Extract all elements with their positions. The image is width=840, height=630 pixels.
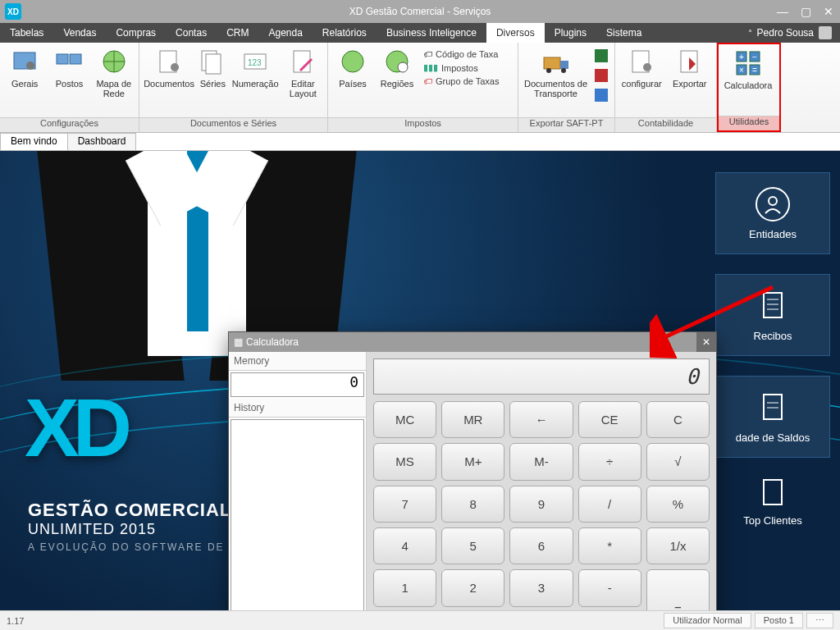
menu-crm[interactable]: CRM (217, 23, 258, 43)
ribbon-group-contab: Contabilidade (615, 117, 716, 132)
ribbon-numeracao[interactable]: 123Numeração (232, 46, 279, 89)
key-minus[interactable]: - (578, 569, 641, 606)
key-ce[interactable]: CE (578, 401, 641, 438)
menu-vendas[interactable]: Vendas (53, 23, 106, 43)
calculator-close-button[interactable]: ✕ (696, 332, 716, 352)
tile-topclientes[interactable]: Top Clientes (715, 477, 830, 527)
svg-point-13 (342, 51, 363, 72)
key-7[interactable]: 7 (373, 486, 436, 523)
pdf-icon[interactable] (595, 69, 608, 82)
tile-entidades[interactable]: Entidades (715, 172, 830, 254)
menu-contas[interactable]: Contas (166, 23, 217, 43)
key-sqrt[interactable]: √ (646, 443, 710, 480)
close-button[interactable]: ✕ (817, 0, 840, 23)
key-6[interactable]: 6 (509, 527, 573, 564)
menu-tabelas[interactable]: Tabelas (0, 23, 53, 43)
svg-point-21 (643, 63, 651, 71)
tab-dashboard[interactable]: Dashboard (67, 133, 137, 150)
key-9[interactable]: 9 (509, 486, 573, 523)
key-mplus[interactable]: M+ (441, 443, 504, 480)
key-c[interactable]: C (646, 401, 710, 438)
key-equals[interactable]: = (646, 569, 710, 610)
svg-point-31 (769, 197, 777, 205)
calculator-display: 0 (373, 358, 710, 395)
ribbon-postos[interactable]: Postos (49, 46, 89, 89)
svg-text:×: × (739, 66, 744, 75)
key-backspace[interactable]: ← (509, 401, 573, 438)
calculator-keypad: MC MR ← CE C MS M+ M- ÷ √ 7 8 9 / % 4 (373, 401, 710, 610)
ribbon-editar-layout[interactable]: Editar Layout (284, 46, 322, 98)
ribbon-codigo-taxa[interactable]: 🏷Código de Taxa (423, 49, 499, 59)
ribbon-doc-transporte[interactable]: Documentos de Transporte (523, 46, 588, 98)
key-mc[interactable]: MC (373, 401, 436, 438)
svg-text:+: + (739, 52, 744, 62)
ribbon-grupo-taxas[interactable]: 🏷Grupo de Taxas (423, 76, 499, 86)
svg-rect-17 (560, 61, 568, 69)
calculator-titlebar[interactable]: ▦Calculadora ✕ (229, 332, 716, 352)
ribbon-impostos[interactable]: ▮▮▮Impostos (423, 62, 499, 73)
ribbon-calculadora[interactable]: +−×=Calculadora (724, 48, 773, 90)
svg-rect-3 (70, 54, 81, 64)
ribbon-series[interactable]: Séries (199, 46, 227, 89)
csv-icon[interactable] (595, 89, 608, 102)
svg-text:123: 123 (248, 58, 262, 67)
menu-compras[interactable]: Compras (106, 23, 166, 43)
menu-bi[interactable]: Business Inteligence (377, 23, 486, 43)
current-user[interactable]: ˄ Pedro Sousa (740, 26, 840, 39)
key-multiply[interactable]: * (578, 527, 641, 564)
ribbon-gerais[interactable]: Gerais (5, 46, 44, 89)
key-5[interactable]: 5 (441, 527, 504, 564)
menu-agenda[interactable]: Agenda (258, 23, 312, 43)
key-slash[interactable]: / (578, 486, 641, 523)
menu-diversos[interactable]: Diversos (486, 23, 545, 43)
menu-plugins[interactable]: Plugins (545, 23, 596, 43)
person-icon (756, 187, 790, 221)
key-3[interactable]: 3 (509, 569, 573, 606)
key-ms[interactable]: MS (373, 443, 436, 480)
ribbon-exportar[interactable]: Exportar (669, 46, 712, 89)
version-label: 1.17 (7, 616, 24, 626)
minimize-button[interactable]: — (771, 0, 794, 23)
app-logo: XD (5, 3, 21, 20)
ribbon-group-saft: Exportar SAFT-PT (518, 117, 614, 132)
ribbon-group-docs: Documentos e Séries (139, 117, 327, 132)
svg-text:=: = (752, 66, 757, 75)
dashboard: XD GESTÃO COMERCIAL UNLIMITED 2015 A EVO… (0, 151, 840, 610)
receipt-icon (756, 289, 790, 323)
ribbon-group-util: Utilidades (719, 116, 779, 130)
menubar: Tabelas Vendas Compras Contas CRM Agenda… (0, 23, 840, 43)
key-4[interactable]: 4 (373, 527, 436, 564)
ribbon-configurar[interactable]: configurar (620, 46, 664, 89)
titlebar: XD XD Gestão Comercial - Serviços — ▢ ✕ (0, 0, 840, 23)
key-percent[interactable]: % (646, 486, 710, 523)
key-1[interactable]: 1 (373, 569, 436, 606)
ribbon-regioes[interactable]: Regiões (377, 46, 417, 89)
svg-rect-16 (544, 57, 560, 69)
key-8[interactable]: 8 (441, 486, 504, 523)
key-divide[interactable]: ÷ (578, 443, 641, 480)
history-list[interactable] (231, 419, 364, 610)
key-mminus[interactable]: M- (509, 443, 573, 480)
menu-sistema[interactable]: Sistema (596, 23, 651, 43)
key-reciprocal[interactable]: 1/x (646, 527, 710, 564)
excel-icon[interactable] (595, 49, 608, 62)
ribbon-paises[interactable]: Países (333, 46, 372, 89)
ribbon-documentos[interactable]: Documentos (144, 46, 194, 89)
tab-bemvindo[interactable]: Bem vindo (0, 133, 68, 150)
user-name: Pedro Sousa (757, 27, 814, 39)
svg-rect-2 (57, 54, 68, 64)
menu-relatorios[interactable]: Relatórios (313, 23, 377, 43)
window-title: XD Gestão Comercial - Serviços (0, 6, 840, 17)
maximize-button[interactable]: ▢ (794, 0, 817, 23)
tile-recibos[interactable]: Recibos (715, 274, 830, 356)
svg-rect-32 (764, 293, 782, 317)
status-extra: ⋯ (806, 613, 833, 628)
tag-icon: 🏷 (423, 49, 432, 59)
history-label: History (229, 399, 366, 418)
memory-value: 0 (231, 372, 364, 397)
svg-rect-8 (206, 54, 221, 74)
tile-saldos[interactable]: dade de Saldos (715, 376, 830, 458)
ribbon-mapa-rede[interactable]: Mapa de Rede (94, 46, 134, 98)
key-2[interactable]: 2 (441, 569, 504, 606)
key-mr[interactable]: MR (441, 401, 504, 438)
